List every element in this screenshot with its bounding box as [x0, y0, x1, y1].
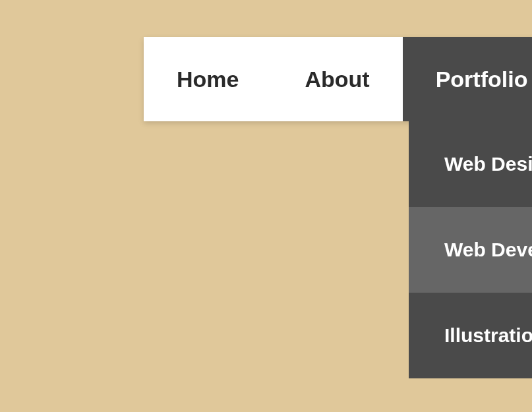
nav-label: Portfolio — [436, 67, 528, 92]
nav-item-home[interactable]: Home — [144, 37, 272, 121]
nav-item-portfolio[interactable]: Portfolio — [403, 37, 532, 121]
dropdown-label: Web Development — [444, 239, 532, 260]
portfolio-dropdown: Web Design Web Development Illustrations — [409, 121, 532, 378]
nav-label: Home — [177, 67, 239, 92]
dropdown-item-web-development[interactable]: Web Development — [409, 207, 532, 293]
dropdown-label: Illustrations — [444, 324, 532, 346]
nav-item-about[interactable]: About — [272, 37, 402, 121]
nav-label: About — [305, 67, 369, 92]
dropdown-label: Web Design — [444, 153, 532, 175]
dropdown-item-web-design[interactable]: Web Design — [409, 121, 532, 207]
main-navbar: Home About Portfolio — [144, 37, 532, 121]
dropdown-item-illustrations[interactable]: Illustrations — [409, 293, 532, 378]
